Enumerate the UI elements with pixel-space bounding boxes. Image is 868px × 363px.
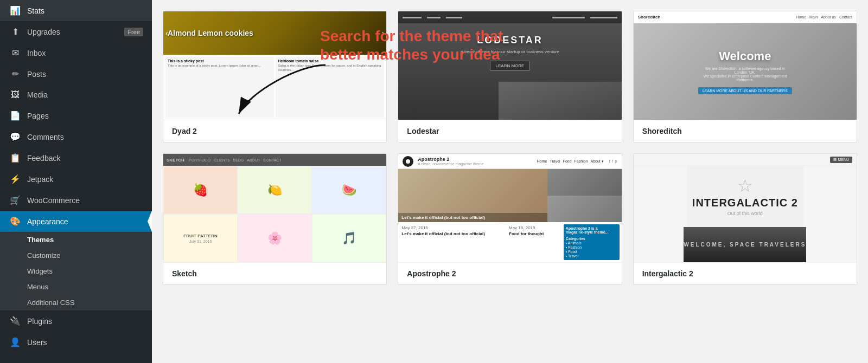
theme-name-shoreditch: Shoreditch — [634, 120, 857, 142]
theme-card-dyad2[interactable]: Almond Lemon cookies ‹ › This is a stick… — [163, 11, 387, 142]
pages-icon: 📄 — [9, 111, 22, 121]
appearance-icon: 🎨 — [9, 216, 22, 226]
feedback-icon: 📋 — [9, 153, 22, 163]
sidebar-label-feedback: Feedback — [27, 154, 60, 163]
jetpack-icon: ⚡ — [9, 174, 22, 184]
theme-card-sketch[interactable]: SKETCH PORTFOLIOCLIENTSBLOGABOUTCONTACT … — [163, 153, 387, 285]
sidebar-label-appearance: Appearance — [27, 217, 68, 226]
upgrades-badge: Free — [124, 28, 143, 36]
comments-icon: 💬 — [9, 132, 22, 142]
users-icon: 👤 — [9, 337, 22, 347]
sidebar-item-appearance[interactable]: 🎨 Appearance — [0, 211, 152, 232]
theme-preview-lodestar: LODESTAR a trendy theme for your startup… — [398, 11, 621, 120]
inbox-icon: ✉ — [9, 48, 22, 58]
sidebar-label-jetpack: Jetpack — [27, 175, 53, 184]
sidebar-sub-widgets[interactable]: Widgets — [0, 263, 152, 279]
theme-name-dyad2: Dyad 2 — [163, 120, 386, 142]
sidebar-sub-customize[interactable]: Customize — [0, 248, 152, 263]
sidebar-item-posts[interactable]: ✏ Posts — [0, 63, 152, 85]
theme-preview-intergalactic2: ☰ MENU ☆ INTERGALACTIC 2 Out of this wor… — [634, 154, 857, 262]
sidebar: 📊 Stats ⬆ Upgrades Free ✉ Inbox ✏ Posts … — [0, 0, 152, 363]
stats-icon: 📊 — [9, 5, 22, 16]
sidebar-sub-themes[interactable]: Themes — [0, 232, 152, 248]
theme-card-apostrophe2[interactable]: Apostrophe 2 A clean, no-nonsense magazi… — [398, 153, 622, 285]
theme-preview-sketch: SKETCH PORTFOLIOCLIENTSBLOGABOUTCONTACT … — [163, 154, 386, 262]
posts-icon: ✏ — [9, 69, 22, 79]
theme-preview-apostrophe2: Apostrophe 2 A clean, no-nonsense magazi… — [398, 154, 621, 262]
sidebar-label-woocommerce: WooCommerce — [27, 196, 80, 205]
theme-preview-shoreditch: Shoreditch Home Main About us Contact We… — [634, 11, 857, 120]
woo-icon: 🛒 — [9, 195, 22, 205]
sidebar-sub-menus[interactable]: Menus — [0, 279, 152, 295]
plugins-icon: 🔌 — [9, 316, 22, 326]
sidebar-item-feedback[interactable]: 📋 Feedback — [0, 147, 152, 168]
theme-card-lodestar[interactable]: LODESTAR a trendy theme for your startup… — [398, 11, 622, 142]
sidebar-item-inbox[interactable]: ✉ Inbox — [0, 42, 152, 63]
sidebar-item-users[interactable]: 👤 Users — [0, 332, 152, 353]
sidebar-sub-menu: Themes Customize Widgets Menus Additiona… — [0, 232, 152, 310]
sidebar-item-upgrades[interactable]: ⬆ Upgrades Free — [0, 21, 152, 42]
sidebar-item-comments[interactable]: 💬 Comments — [0, 126, 152, 147]
sidebar-label-plugins: Plugins — [27, 317, 52, 326]
sidebar-item-stats[interactable]: 📊 Stats — [0, 0, 152, 21]
media-icon: 🖼 — [9, 90, 22, 100]
sidebar-sub-additional-css[interactable]: Additional CSS — [0, 295, 152, 310]
sidebar-label-users: Users — [27, 338, 47, 347]
sidebar-label-inbox: Inbox — [27, 49, 46, 57]
theme-name-intergalactic2: Intergalactic 2 — [634, 262, 857, 284]
sidebar-arrow — [148, 211, 152, 232]
theme-card-shoreditch[interactable]: Shoreditch Home Main About us Contact We… — [633, 11, 857, 142]
theme-preview-dyad2: Almond Lemon cookies ‹ › This is a stick… — [163, 11, 386, 120]
sidebar-label-stats: Stats — [27, 7, 44, 15]
sidebar-item-woocommerce[interactable]: 🛒 WooCommerce — [0, 190, 152, 211]
sidebar-item-media[interactable]: 🖼 Media — [0, 85, 152, 105]
theme-name-apostrophe2: Apostrophe 2 — [398, 262, 621, 284]
sidebar-item-jetpack[interactable]: ⚡ Jetpack — [0, 168, 152, 190]
sidebar-label-comments: Comments — [27, 133, 64, 141]
themes-grid: Almond Lemon cookies ‹ › This is a stick… — [163, 11, 857, 285]
theme-name-sketch: Sketch — [163, 262, 386, 284]
upgrades-icon: ⬆ — [9, 27, 22, 37]
sidebar-item-plugins[interactable]: 🔌 Plugins — [0, 310, 152, 332]
main-content: Search for the theme that better matches… — [152, 0, 868, 363]
sidebar-label-pages: Pages — [27, 112, 49, 120]
sidebar-label-posts: Posts — [27, 70, 46, 79]
sidebar-item-pages[interactable]: 📄 Pages — [0, 105, 152, 126]
theme-card-intergalactic2[interactable]: ☰ MENU ☆ INTERGALACTIC 2 Out of this wor… — [633, 153, 857, 285]
theme-name-lodestar: Lodestar — [398, 120, 621, 142]
sidebar-label-media: Media — [27, 90, 48, 99]
sidebar-label-upgrades: Upgrades — [27, 28, 60, 36]
